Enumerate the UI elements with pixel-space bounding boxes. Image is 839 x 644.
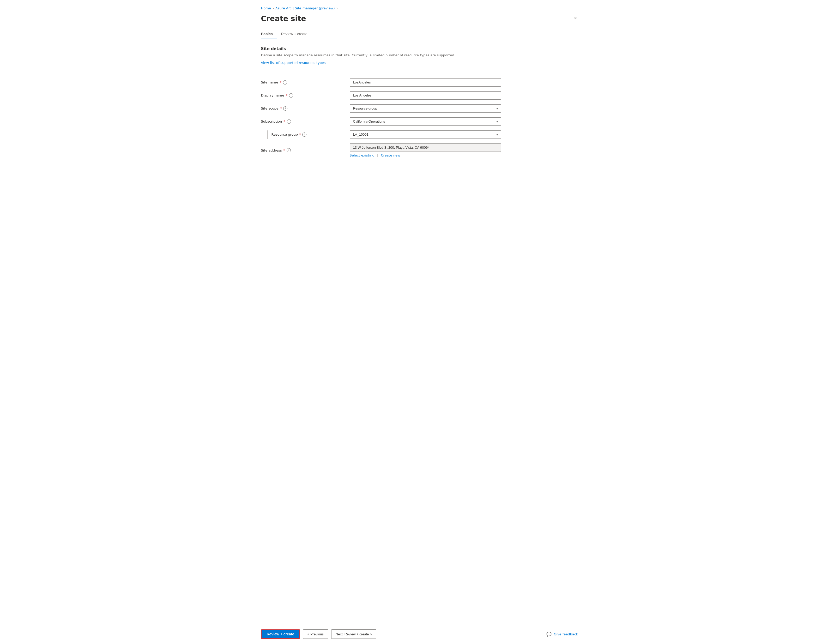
subscription-label-container: Subscription * i (261, 120, 350, 124)
close-button[interactable]: × (573, 14, 578, 21)
feedback-icon: 💬 (547, 632, 552, 637)
section-description: Define a site scope to manage resources … (261, 53, 578, 58)
subscription-select-wrapper: California-Operations ∨ (350, 117, 501, 126)
page-title: Create site (261, 14, 306, 23)
site-scope-info-icon[interactable]: i (283, 107, 287, 111)
address-links-separator: | (377, 153, 378, 157)
resource-group-required: * (299, 133, 301, 136)
site-address-input[interactable] (350, 143, 501, 152)
site-address-info-icon[interactable]: i (287, 148, 291, 152)
view-resources-link[interactable]: View list of supported resources types (261, 61, 326, 65)
page-header: Create site × (261, 14, 578, 23)
site-scope-row: Site scope * i Resource group Subscripti… (261, 104, 578, 113)
site-scope-label: Site scope (261, 107, 279, 110)
site-name-required: * (279, 80, 281, 84)
resource-group-label-container: Resource group * i (261, 130, 350, 139)
subscription-label: Subscription (261, 120, 282, 123)
site-scope-select-wrapper: Resource group Subscription ∨ (350, 104, 501, 113)
tab-review-create[interactable]: Review + create (281, 29, 312, 39)
site-scope-label-container: Site scope * i (261, 107, 350, 111)
site-name-row: Site name * i (261, 78, 578, 87)
section-title: Site details (261, 46, 578, 51)
site-address-label: Site address (261, 148, 282, 152)
breadcrumb-separator-2: › (337, 7, 338, 10)
site-name-control (350, 78, 501, 87)
site-name-info-icon[interactable]: i (283, 80, 287, 84)
display-name-control (350, 91, 501, 100)
form-section: Site name * i Display name * i (261, 78, 578, 157)
resource-group-control: LA_10001 ∨ (350, 130, 501, 139)
site-address-required: * (284, 148, 285, 152)
site-scope-select[interactable]: Resource group Subscription (350, 104, 501, 113)
resource-group-info-icon[interactable]: i (302, 133, 307, 137)
site-scope-control: Resource group Subscription ∨ (350, 104, 501, 113)
page-container: Home › Azure Arc | Site manager (preview… (253, 0, 586, 644)
subscription-select[interactable]: California-Operations (350, 117, 501, 126)
resource-group-select[interactable]: LA_10001 (350, 130, 501, 139)
resource-group-label: Resource group (271, 133, 298, 136)
resource-group-select-wrapper: LA_10001 ∨ (350, 130, 501, 139)
review-create-button[interactable]: Review + create (261, 629, 300, 639)
display-name-label: Display name (261, 94, 284, 97)
select-existing-link[interactable]: Select existing (350, 153, 374, 157)
indent-line (267, 130, 268, 139)
subscription-info-icon[interactable]: i (287, 120, 291, 124)
site-name-label-container: Site name * i (261, 80, 350, 84)
site-name-label: Site name (261, 80, 278, 84)
site-address-row: Site address * i Select existing | Creat… (261, 143, 578, 157)
breadcrumb-home[interactable]: Home (261, 6, 271, 10)
display-name-required: * (286, 94, 287, 97)
feedback-label: Give feedback (554, 632, 578, 636)
breadcrumb: Home › Azure Arc | Site manager (preview… (261, 6, 578, 10)
subscription-control: California-Operations ∨ (350, 117, 501, 126)
breadcrumb-arc[interactable]: Azure Arc | Site manager (preview) (276, 6, 335, 10)
previous-button[interactable]: < Previous (303, 629, 328, 639)
resource-group-indent: Resource group * i (261, 130, 307, 139)
site-name-input[interactable] (350, 78, 501, 87)
create-new-link[interactable]: Create new (381, 153, 400, 157)
display-name-input[interactable] (350, 91, 501, 100)
display-name-info-icon[interactable]: i (289, 94, 293, 97)
site-scope-required: * (280, 107, 282, 110)
site-address-label-container: Site address * i (261, 148, 350, 152)
site-address-control: Select existing | Create new (350, 143, 501, 157)
display-name-row: Display name * i (261, 91, 578, 100)
tab-basics[interactable]: Basics (261, 29, 277, 39)
footer: Review + create < Previous Next: Review … (261, 624, 578, 644)
subscription-row: Subscription * i California-Operations ∨ (261, 117, 578, 126)
tabs: Basics Review + create (261, 29, 578, 39)
next-button[interactable]: Next: Review + create > (331, 629, 376, 639)
site-details-section: Site details Define a site scope to mana… (261, 46, 578, 72)
main-content: Site details Define a site scope to mana… (261, 46, 578, 624)
breadcrumb-separator-1: › (273, 7, 274, 10)
subscription-required: * (284, 120, 285, 123)
address-links: Select existing | Create new (350, 153, 501, 157)
resource-group-row: Resource group * i LA_10001 ∨ (261, 130, 578, 139)
give-feedback-link[interactable]: 💬 Give feedback (547, 632, 578, 637)
display-name-label-container: Display name * i (261, 94, 350, 97)
